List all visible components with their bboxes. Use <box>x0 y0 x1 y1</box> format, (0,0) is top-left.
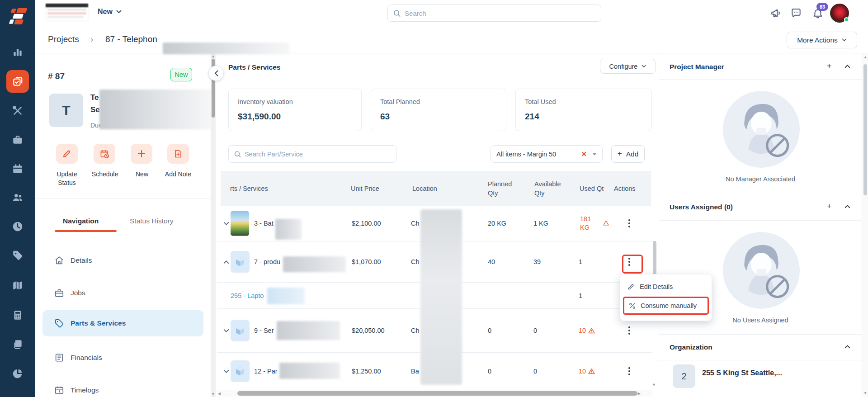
consume-manually-label: Consume manually <box>641 302 697 309</box>
linked-part-blurred <box>267 288 305 304</box>
unit-price: $2,100.00 <box>352 220 381 227</box>
sidebar-tools-icon[interactable] <box>0 99 35 122</box>
part-service-search[interactable] <box>228 145 396 163</box>
sidebar-item-parts-services[interactable]: Parts & Services <box>42 310 203 336</box>
table-horizontal-scrollbar[interactable]: ◀ ▶ <box>217 390 652 397</box>
add-note-button[interactable] <box>167 144 189 164</box>
table-header: rts / Services Unit Price Location Plann… <box>221 171 651 206</box>
scroll-up-arrow[interactable]: ▲ <box>211 54 216 58</box>
unit-price: $1,070.00 <box>352 258 381 265</box>
part-name[interactable]: 12 - Par <box>254 368 278 375</box>
left-panel-scrollbar[interactable]: ▲ ▼ <box>211 53 216 397</box>
sidebar-briefcase-icon[interactable] <box>0 128 35 151</box>
configure-label: Configure <box>609 63 638 70</box>
filter-chip[interactable]: All items - Margin 50 ✕ <box>491 145 603 163</box>
scroll-up-arrow[interactable]: ▲ <box>862 55 868 59</box>
warning-icon <box>588 368 595 374</box>
zuper-logo[interactable] <box>8 7 27 26</box>
right-panel-scrollbar[interactable]: ▲ ▼ <box>862 53 868 397</box>
more-actions-button[interactable]: More Actions <box>787 32 857 48</box>
sidebar-calculator-icon[interactable] <box>0 304 35 326</box>
part-name[interactable]: 9 - Ser <box>254 327 274 334</box>
sidebar-analytics-icon[interactable] <box>0 41 35 63</box>
schedule-button[interactable] <box>94 144 115 164</box>
part-thumbnail <box>231 211 249 236</box>
new-button[interactable] <box>131 144 152 164</box>
divider <box>659 220 862 221</box>
tab-status-history[interactable]: Status History <box>130 217 173 225</box>
col-planned-qty: Planned Qty <box>488 180 516 198</box>
sidebar-item-jobs[interactable]: Jobs <box>42 280 203 306</box>
expand-row-icon[interactable] <box>223 368 229 375</box>
no-manager-text: No Manager Associated <box>659 175 862 183</box>
scroll-down-arrow[interactable]: ▼ <box>862 391 868 395</box>
sidebar-documents-icon[interactable] <box>0 333 35 356</box>
add-user-icon[interactable]: + <box>824 201 835 212</box>
collapse-panel-button[interactable] <box>208 66 224 81</box>
breadcrumb-row: Projects › 87 - Telephon More Actions <box>35 26 868 53</box>
stat-label: Total Used <box>525 98 556 105</box>
row-actions-kebab[interactable] <box>624 217 635 230</box>
add-part-button[interactable]: + Add <box>611 145 645 163</box>
collapse-section-icon[interactable] <box>842 61 853 71</box>
scroll-right-arrow[interactable]: ▶ <box>638 392 641 396</box>
breadcrumb-projects[interactable]: Projects <box>48 34 79 44</box>
tab-navigation[interactable]: Navigation <box>63 217 99 225</box>
expand-row-icon[interactable] <box>223 327 229 334</box>
collapse-section-icon[interactable] <box>842 201 853 212</box>
part-name[interactable]: 7 - produ <box>254 258 280 265</box>
used-qty: 1 <box>579 258 582 265</box>
edit-details-label: Edit Details <box>640 283 673 290</box>
part-name[interactable]: 3 - Bat <box>254 220 274 227</box>
organization-address[interactable]: 255 S King St Seattle,... <box>702 369 782 377</box>
sidebar-item-details[interactable]: Details <box>42 247 203 274</box>
row-actions-kebab[interactable] <box>624 324 635 337</box>
scroll-down-arrow[interactable]: ▼ <box>651 383 656 387</box>
linked-part-link[interactable]: 255 - Lapto <box>231 292 264 299</box>
row-actions-kebab[interactable] <box>624 364 635 378</box>
used-qty-value: 10 <box>579 368 586 375</box>
part-service-search-input[interactable] <box>245 151 391 158</box>
new-dropdown[interactable]: New <box>98 8 122 16</box>
caret-down-icon[interactable] <box>592 153 597 156</box>
scroll-left-arrow[interactable]: ◀ <box>218 392 221 396</box>
scrollbar-thumb[interactable] <box>237 391 637 396</box>
global-search[interactable] <box>387 5 601 22</box>
sidebar-clock-icon[interactable] <box>0 215 35 238</box>
project-details-panel: Project Manager + No Manager Associated … <box>659 53 862 397</box>
sidebar-map-icon[interactable] <box>0 274 35 297</box>
part-name-blurred <box>277 321 340 340</box>
collapse-row-icon[interactable] <box>223 258 229 265</box>
chat-icon[interactable] <box>790 7 802 21</box>
expand-row-icon[interactable] <box>223 220 229 227</box>
sidebar-users-icon[interactable] <box>0 186 35 209</box>
scroll-down-arrow[interactable]: ▼ <box>211 392 216 396</box>
stat-inventory-valuation: Inventory valuation $31,590.00 <box>228 89 362 131</box>
sidebar-calendar-icon[interactable] <box>0 157 35 180</box>
available-qty: 39 <box>533 258 541 265</box>
part-name-blurred <box>279 363 340 379</box>
scrollbar-thumb[interactable] <box>863 64 867 195</box>
clear-filter-icon[interactable]: ✕ <box>581 150 587 158</box>
breadcrumb-current: 87 - Telephon <box>105 34 157 44</box>
add-manager-icon[interactable]: + <box>824 61 835 71</box>
menu-item-consume-manually[interactable]: Consume manually <box>623 297 709 315</box>
sidebar-item-financials[interactable]: Financials <box>42 345 203 371</box>
company-logo-blurred <box>45 3 89 21</box>
add-note-label: Add Note <box>160 170 196 179</box>
parts-services-panel: Parts / Services Configure Inventory val… <box>217 53 658 397</box>
collapse-section-icon[interactable] <box>842 341 853 352</box>
update-status-button[interactable] <box>56 144 78 164</box>
sidebar-piechart-icon[interactable] <box>0 362 35 385</box>
project-id: # 87 <box>48 71 65 81</box>
sidebar-item-timelogs[interactable]: Timelogs <box>42 377 203 397</box>
available-qty: 1 KG <box>533 220 548 227</box>
sidebar-projects-icon-active[interactable] <box>6 70 29 93</box>
configure-button[interactable]: Configure <box>600 59 656 74</box>
breadcrumb-blurred-text <box>163 43 289 54</box>
add-label: Add <box>626 150 639 158</box>
megaphone-icon[interactable] <box>770 7 782 21</box>
sidebar-tag-icon[interactable] <box>0 244 35 267</box>
menu-item-edit-details[interactable]: Edit Details <box>623 277 709 297</box>
global-search-input[interactable] <box>405 9 595 17</box>
